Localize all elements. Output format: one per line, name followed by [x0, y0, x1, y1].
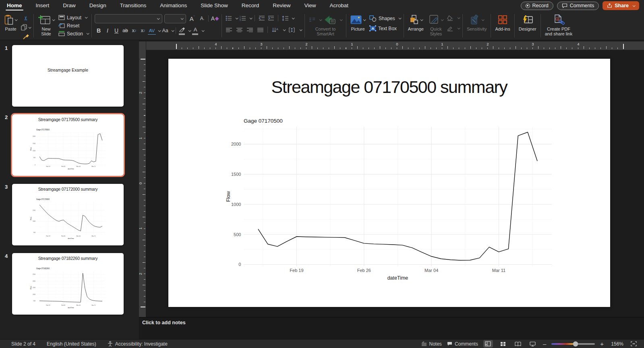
zoom-slider-thumb[interactable]	[573, 341, 578, 346]
record-icon	[526, 4, 530, 8]
paste-chevron-icon	[15, 18, 18, 21]
section-button[interactable]: Section	[58, 30, 89, 37]
reset-icon	[58, 23, 65, 28]
sensitivity-button[interactable]: Sensitivity	[466, 13, 488, 32]
align-text-button[interactable]	[288, 26, 296, 34]
align-right-button[interactable]	[246, 26, 254, 34]
reset-button[interactable]: Reset	[58, 22, 89, 29]
smartart-chevron-icon	[340, 18, 343, 21]
comments-toggle[interactable]: Comments	[447, 341, 478, 347]
grow-font-button[interactable]: Aˆ	[188, 14, 196, 23]
slide-canvas[interactable]: Streamgage 07170500 summary 050010001500…	[168, 59, 610, 307]
justify-button[interactable]	[256, 26, 264, 34]
font-name-combo[interactable]	[95, 14, 162, 23]
align-center-button[interactable]	[235, 26, 243, 34]
svg-text:Gage 07170500: Gage 07170500	[244, 118, 283, 124]
slide-thumbnail-4[interactable]: Streamgage 07182260 summary 500100015002…	[12, 253, 124, 315]
slide-title[interactable]: Streamgage 07170500 summary	[168, 77, 610, 97]
character-spacing-button[interactable]: AV	[148, 27, 156, 35]
slideshow-view-button[interactable]	[528, 340, 538, 348]
language-selector[interactable]: English (United States)	[47, 341, 96, 347]
text-direction-button[interactable]: A	[271, 26, 279, 34]
tab-home[interactable]: Home	[0, 0, 29, 11]
notes-placeholder[interactable]: Click to add notes	[142, 320, 186, 325]
font-size-combo[interactable]	[164, 14, 186, 23]
strikethrough-button[interactable]: ab	[121, 27, 129, 35]
svg-text:Gage 07172000: Gage 07172000	[36, 198, 50, 200]
tab-acrobat[interactable]: Acrobat	[323, 0, 356, 11]
reading-view-button[interactable]	[513, 340, 523, 348]
quick-styles-button[interactable]: QuickStyles	[428, 13, 444, 37]
new-slide-button[interactable]: NewSlide	[37, 13, 56, 37]
tab-record[interactable]: Record	[235, 0, 266, 11]
layout-icon	[58, 15, 65, 20]
cut-button[interactable]: ✂	[22, 13, 30, 23]
create-pdf-button[interactable]: A Create PDFand share link	[544, 13, 574, 37]
new-slide-chevron-icon	[52, 18, 55, 21]
italic-button[interactable]: I	[104, 27, 112, 35]
tab-design[interactable]: Design	[83, 0, 113, 11]
change-case-button[interactable]: Aa	[161, 27, 169, 35]
slide-thumbnail-3[interactable]: Streamgage 07172000 summary 50010001500F…	[12, 184, 124, 245]
shape-outline-button[interactable]	[447, 25, 460, 32]
convert-to-smartart-button[interactable]: Convert toSmartArt	[308, 13, 343, 37]
zoom-slider[interactable]	[551, 343, 595, 345]
font-color-chevron-icon	[202, 29, 205, 32]
normal-view-button[interactable]	[483, 340, 493, 348]
tab-insert[interactable]: Insert	[29, 0, 56, 11]
shapes-button[interactable]: Shapes	[369, 15, 401, 22]
bold-button[interactable]: B	[95, 27, 103, 35]
notes-pane[interactable]: Click to add notes	[139, 317, 644, 339]
tab-transitions[interactable]: Transitions	[113, 0, 153, 11]
paste-button[interactable]: Paste	[3, 13, 18, 32]
ruler-number: 0	[396, 42, 398, 46]
highlight-color-button[interactable]	[178, 27, 186, 35]
fit-slide-to-window-button[interactable]	[629, 340, 638, 348]
notes-toggle[interactable]: Notes	[421, 341, 442, 347]
layout-button[interactable]: Layout	[58, 14, 89, 21]
arrange-group: Arrange QuickStyles	[407, 13, 460, 37]
slide-chart-07170500[interactable]: 0500100015002000Feb 19Feb 26Mar 04Mar 11…	[224, 116, 554, 285]
share-icon	[607, 3, 612, 8]
comments-button[interactable]: Comments	[557, 2, 599, 10]
zoom-out-button[interactable]: –	[543, 340, 546, 347]
clipboard-group: Paste ✂	[3, 13, 31, 41]
text-box-button[interactable]: A Text Box	[369, 25, 401, 32]
font-color-button[interactable]: A	[191, 27, 199, 35]
slide-sorter-view-button[interactable]	[498, 340, 508, 348]
svg-text:Flow: Flow	[226, 191, 231, 202]
slide-thumbnail-2[interactable]: Streamgage 07170500 summary 050010001500…	[12, 114, 124, 176]
tab-review[interactable]: Review	[266, 0, 297, 11]
line-spacing-button[interactable]	[281, 14, 289, 22]
slide-thumbnail-1[interactable]: Streamgage Example	[12, 45, 124, 107]
tab-draw[interactable]: Draw	[56, 0, 83, 11]
align-text-icon	[289, 27, 295, 33]
numbering-button[interactable]: 123	[239, 14, 247, 22]
accessibility-status[interactable]: Accessibility: Investigate	[108, 341, 168, 347]
increase-indent-button[interactable]	[267, 14, 275, 22]
tab-view[interactable]: View	[298, 0, 323, 11]
designer-button[interactable]: Designer	[518, 13, 538, 32]
align-left-button[interactable]	[225, 26, 233, 34]
clear-formatting-button[interactable]: A	[211, 14, 219, 23]
picture-button[interactable]: Picture	[349, 13, 367, 32]
zoom-level[interactable]: 156%	[609, 341, 623, 347]
svg-text:Gage 07182260: Gage 07182260	[36, 268, 50, 270]
svg-text:A: A	[557, 18, 559, 21]
subscript-button[interactable]: x2	[139, 27, 147, 35]
record-button[interactable]: Record	[521, 2, 553, 10]
decrease-indent-button[interactable]	[258, 14, 266, 22]
copy-button[interactable]	[21, 23, 31, 31]
arrange-button[interactable]: Arrange	[407, 13, 425, 32]
shrink-font-button[interactable]: Aˇ	[198, 14, 206, 23]
bullets-button[interactable]	[225, 14, 233, 22]
tab-slide-show[interactable]: Slide Show	[194, 0, 235, 11]
superscript-button[interactable]: x2	[130, 27, 138, 35]
share-button[interactable]: Share	[603, 1, 639, 10]
tab-animations[interactable]: Animations	[153, 0, 194, 11]
addins-button[interactable]: Add-ins	[494, 13, 511, 32]
format-painter-button[interactable]	[21, 33, 31, 41]
underline-button[interactable]: U	[112, 27, 120, 35]
shape-fill-button[interactable]	[447, 14, 460, 21]
zoom-in-button[interactable]: +	[600, 340, 604, 347]
